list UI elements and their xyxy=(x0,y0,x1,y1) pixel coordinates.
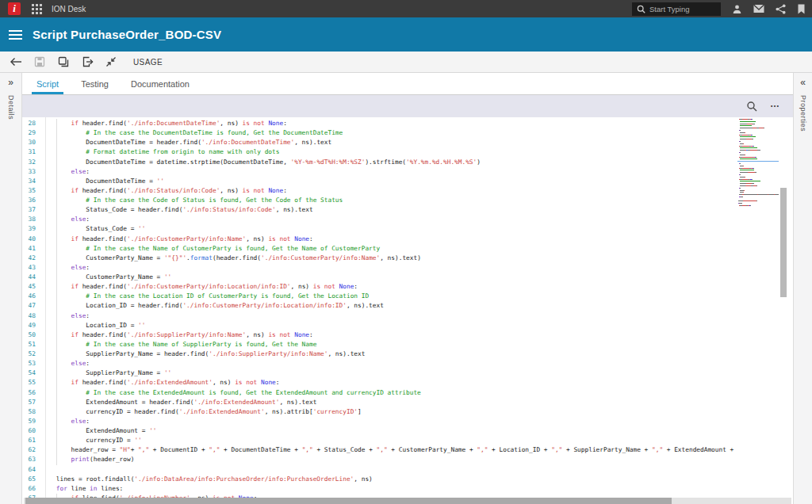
code-line[interactable]: lines = root.findall('./info:DataArea/in… xyxy=(22,475,737,484)
code-line[interactable]: header_row = "H"+ "," + DocumentID + ","… xyxy=(22,445,737,455)
code-line[interactable]: # In the case the Location ID of Custome… xyxy=(22,292,737,301)
code-editor[interactable]: 2829303132333435363738394041424344454647… xyxy=(22,117,793,504)
tab-documentation[interactable]: Documentation xyxy=(120,73,201,94)
code-line[interactable]: if header.find('./info:ExtendedAmount', … xyxy=(22,378,737,388)
code-line[interactable]: if header.find('./info:CustomerParty/inf… xyxy=(22,282,737,292)
minimap[interactable] xyxy=(737,119,779,496)
details-rail: » Details xyxy=(0,73,22,504)
horizontal-scrollbar[interactable] xyxy=(24,498,791,504)
copy-icon[interactable] xyxy=(56,54,71,70)
code-line[interactable]: currencyID = header.find('./info:Extende… xyxy=(22,407,737,417)
code-line[interactable]: else: xyxy=(22,263,737,273)
global-search-input[interactable]: Start Typing xyxy=(632,2,721,16)
search-icon xyxy=(637,5,645,13)
workspace: » Details Script Testing Documentation …… xyxy=(0,73,812,504)
code-line[interactable] xyxy=(22,465,737,475)
mail-icon[interactable] xyxy=(753,4,764,13)
code-line[interactable]: CustomerParty_Name = '"{}"'.format(heade… xyxy=(22,254,737,263)
tab-bar: Script Testing Documentation xyxy=(22,73,793,95)
code-line[interactable]: if header.find('./info:SupplierParty/inf… xyxy=(22,330,737,340)
horizontal-scrollbar-thumb[interactable] xyxy=(25,498,672,504)
code-line[interactable]: Location_ID = header.find('./info:Custom… xyxy=(22,301,737,311)
details-rail-label: Details xyxy=(7,95,15,120)
search-placeholder: Start Typing xyxy=(649,5,690,13)
code-line[interactable]: # In the case the Name of CustomerParty … xyxy=(22,244,737,254)
code-line[interactable]: DocumentDateTime = header.find('./info:D… xyxy=(22,138,737,147)
code-line[interactable]: DocumentDateTime = '' xyxy=(22,177,737,186)
usage-button[interactable]: USAGE xyxy=(133,58,163,67)
properties-rail-label: Properties xyxy=(799,95,807,132)
menu-icon[interactable] xyxy=(9,30,22,40)
minimap-content xyxy=(737,119,779,206)
editor-header: … xyxy=(22,95,793,117)
code-line[interactable]: SupplierParty_Name = '' xyxy=(22,368,737,378)
code-line[interactable]: else: xyxy=(22,215,737,224)
code-line[interactable]: Location_ID = '' xyxy=(22,321,737,330)
editor-search-icon[interactable] xyxy=(746,101,757,112)
user-icon[interactable] xyxy=(732,4,742,14)
code-line[interactable]: DocumentDateTime = datetime.strptime(Doc… xyxy=(22,158,737,167)
vertical-scrollbar-thumb[interactable] xyxy=(780,188,787,297)
expand-properties-icon[interactable]: « xyxy=(800,73,806,87)
code-line[interactable]: # In the case the Name of SupplierParty … xyxy=(22,340,737,349)
code-line[interactable]: ExtendedAmount = header.find('./info:Ext… xyxy=(22,398,737,407)
code-line[interactable]: ExtendedAmount = '' xyxy=(22,426,737,436)
vertical-scrollbar[interactable] xyxy=(780,117,787,498)
code-line[interactable]: Status_Code = '' xyxy=(22,224,737,234)
editor-more-icon[interactable]: … xyxy=(770,104,780,109)
code-line[interactable]: currencyID = '' xyxy=(22,436,737,445)
code-lines: if header.find('./info:DocumentDateTime'… xyxy=(22,119,737,504)
editor-column: Script Testing Documentation … 282930313… xyxy=(22,73,793,504)
code-line[interactable]: if header.find('./info:CustomerParty/inf… xyxy=(22,235,737,244)
app-name: ION Desk xyxy=(52,5,86,13)
share-icon[interactable] xyxy=(776,4,786,14)
code-line[interactable]: else: xyxy=(22,311,737,321)
infor-logo[interactable]: i xyxy=(8,2,21,15)
code-line[interactable]: for line in lines: xyxy=(22,484,737,494)
properties-rail: « Properties xyxy=(793,73,812,504)
save-icon[interactable] xyxy=(32,54,48,70)
code-line[interactable]: else: xyxy=(22,359,737,368)
collapse-icon[interactable] xyxy=(103,54,119,70)
tab-script[interactable]: Script xyxy=(25,73,70,94)
page-title: Script PurchaseOrder_BOD-CSV xyxy=(33,28,221,41)
minimap-viewport-indicator xyxy=(737,161,779,162)
code-line[interactable]: print(header_row) xyxy=(22,455,737,464)
code-line[interactable]: # In the case the DocumentDateTime is fo… xyxy=(22,128,737,138)
tab-testing[interactable]: Testing xyxy=(70,73,120,94)
code-line[interactable]: else: xyxy=(22,167,737,177)
code-line[interactable]: Status_Code = header.find('./info:Status… xyxy=(22,205,737,215)
toolbar: USAGE xyxy=(0,52,812,73)
code-line[interactable]: # In the case the Code of Status is foun… xyxy=(22,196,737,205)
top-bar: i ION Desk Start Typing xyxy=(0,0,812,17)
code-line[interactable]: if header.find('./info:DocumentDateTime'… xyxy=(22,119,737,128)
code-line[interactable]: # In the case the ExtendedAmount is foun… xyxy=(22,388,737,398)
expand-details-icon[interactable]: » xyxy=(8,73,13,87)
app-bar: Script PurchaseOrder_BOD-CSV xyxy=(0,17,812,52)
export-icon[interactable] xyxy=(79,54,95,70)
code-line[interactable]: CustomerParty_Name = '' xyxy=(22,273,737,282)
back-arrow-icon[interactable] xyxy=(8,54,24,70)
code-line[interactable]: if header.find('./info:Status/info:Code'… xyxy=(22,186,737,196)
code-line[interactable]: # Format datetime from origin to name wi… xyxy=(22,147,737,157)
bookmark-icon[interactable] xyxy=(797,4,806,14)
code-line[interactable]: else: xyxy=(22,417,737,426)
code-line[interactable]: SupplierParty_Name = header.find('./info… xyxy=(22,349,737,359)
app-grid-icon[interactable] xyxy=(32,4,42,14)
